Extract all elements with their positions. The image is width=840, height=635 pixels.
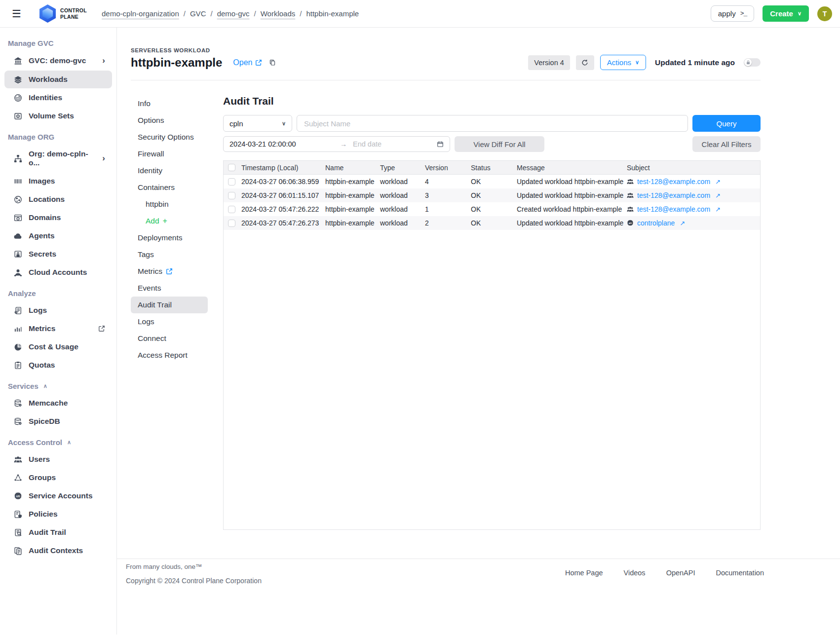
cell-status: OK [471, 178, 517, 186]
subnav-item-metrics[interactable]: Metrics [131, 263, 208, 280]
sidebar-item-service-accounts[interactable]: API Service Accounts [4, 487, 112, 505]
copy-name-icon[interactable] [269, 59, 276, 66]
open-subject-icon[interactable]: ↗ [715, 178, 721, 186]
subnav-item-logs[interactable]: Logs [131, 313, 208, 330]
workload-subnav: Info Options Security Options Firewall I… [131, 95, 208, 530]
subnav-item-identity[interactable]: Identity [131, 162, 208, 179]
start-date-input[interactable] [229, 140, 313, 148]
sidebar-section-access-control[interactable]: Access Control ∧ [0, 431, 116, 450]
subnav-label: Tags [138, 250, 154, 259]
subnav-item-tags[interactable]: Tags [131, 246, 208, 263]
subnav-item-add-container[interactable]: Add + [131, 213, 208, 229]
subject-link[interactable]: test-128@example.com [637, 178, 710, 186]
footer-link-home-page[interactable]: Home Page [565, 569, 603, 635]
footer-link-videos[interactable]: Videos [624, 569, 646, 635]
sidebar-item-spicedb[interactable]: SpiceDB [4, 412, 112, 430]
subnav-item-firewall[interactable]: Firewall [131, 146, 208, 162]
sidebar-item-quotas[interactable]: Quotas [4, 356, 112, 374]
sidebar-item-cost-usage[interactable]: Cost & Usage [4, 338, 112, 356]
cell-type: workload [380, 178, 425, 186]
sidebar-item-identities[interactable]: Identities [4, 89, 112, 107]
sidebar-item-logs[interactable]: Logs [4, 301, 112, 319]
sidebar-item-volume-sets[interactable]: Volume Sets [4, 107, 112, 125]
version-badge: Version 4 [528, 55, 570, 70]
sidebar-item-agents[interactable]: Agents [4, 227, 112, 245]
audit-type-select[interactable]: cpln ∨ [223, 115, 292, 132]
cell-status: OK [471, 205, 517, 213]
view-diff-button[interactable]: View Diff For All [455, 136, 544, 152]
subnav-item-security-options[interactable]: Security Options [131, 129, 208, 146]
table-row[interactable]: 2024-03-27 06:01:15.107 httpbin-example … [224, 188, 760, 202]
hamburger-menu-icon[interactable]: ☰ [12, 8, 27, 20]
sidebar-item-org[interactable]: Org: demo-cpln-o... › [4, 145, 112, 172]
breadcrumb-gvc-name[interactable]: demo-gvc [217, 9, 250, 18]
table-row[interactable]: 2024-03-27 05:47:26.273 httpbin-example … [224, 216, 760, 230]
query-button[interactable]: Query [692, 115, 761, 132]
sidebar-item-groups[interactable]: Groups [4, 469, 112, 486]
sidebar-item-audit-trail[interactable]: Audit Trail [4, 523, 112, 541]
sidebar-item-users[interactable]: Users [4, 450, 112, 468]
subject-name-input[interactable] [297, 115, 688, 132]
refresh-button[interactable] [576, 55, 594, 70]
footer-link-documentation[interactable]: Documentation [716, 569, 764, 635]
controlplane-logo[interactable]: CONTROL PLANE [39, 4, 87, 23]
footer-link-openapi[interactable]: OpenAPI [666, 569, 695, 635]
sidebar-item-gvc[interactable]: GVC: demo-gvc › [4, 51, 112, 70]
sidebar-item-workloads[interactable]: Workloads [4, 71, 112, 88]
subject-link[interactable]: test-128@example.com [637, 205, 710, 213]
subnav-item-audit-trail[interactable]: Audit Trail [131, 297, 208, 313]
date-range-picker[interactable]: → [223, 136, 450, 152]
sidebar-item-policies[interactable]: Policies [4, 505, 112, 523]
sidebar-item-locations[interactable]: Locations [4, 190, 112, 208]
row-checkbox[interactable] [228, 206, 235, 213]
sidebar-item-images[interactable]: Images [4, 172, 112, 190]
select-all-checkbox[interactable] [228, 164, 235, 171]
subnav-item-container-httpbin[interactable]: httpbin [131, 196, 208, 213]
table-row[interactable]: 2024-03-27 05:47:26.222 httpbin-example … [224, 202, 760, 216]
breadcrumb-separator: / [184, 9, 186, 18]
open-subject-icon[interactable]: ↗ [680, 220, 685, 227]
subnav-item-info[interactable]: Info [131, 95, 208, 112]
subnav-item-access-report[interactable]: Access Report [131, 347, 208, 364]
subnav-item-options[interactable]: Options [131, 112, 208, 129]
create-button[interactable]: Create ∨ [763, 5, 809, 22]
lock-toggle[interactable] [744, 58, 761, 67]
clear-filters-button[interactable]: Clear All Filters [692, 136, 761, 152]
subject-link[interactable]: test-128@example.com [637, 191, 710, 199]
user-avatar[interactable]: T [817, 6, 832, 21]
sidebar-item-label: Service Accounts [29, 491, 93, 500]
sidebar-item-cloud-accounts[interactable]: Cloud Accounts [4, 263, 112, 281]
sidebar-item-metrics[interactable]: Metrics [4, 320, 112, 337]
breadcrumb-workloads[interactable]: Workloads [261, 9, 296, 18]
subnav-label: Connect [138, 334, 166, 343]
table-row[interactable]: 2024-03-27 06:06:38.959 httpbin-example … [224, 175, 760, 188]
row-checkbox[interactable] [228, 192, 235, 199]
subnav-item-deployments[interactable]: Deployments [131, 229, 208, 246]
actions-dropdown-button[interactable]: Actions ∨ [600, 55, 646, 70]
sidebar-item-audit-contexts[interactable]: Audit Contexts [4, 542, 112, 560]
row-checkbox[interactable] [228, 220, 235, 227]
sidebar-item-memcache[interactable]: Memcache [4, 394, 112, 412]
sidebar-section-manage-gvc: Manage GVC [0, 32, 116, 51]
open-subject-icon[interactable]: ↗ [715, 192, 721, 199]
subnav-item-events[interactable]: Events [131, 280, 208, 297]
calendar-icon[interactable] [437, 141, 444, 148]
database-gear-icon [14, 399, 22, 408]
open-workload-link[interactable]: Open [233, 58, 262, 67]
apply-button[interactable]: apply >_ [711, 5, 754, 22]
end-date-input[interactable] [353, 140, 407, 148]
breadcrumb-org[interactable]: demo-cpln-organization [102, 9, 179, 18]
row-checkbox[interactable] [228, 178, 235, 186]
table-header-row: Timestamp (Local) Name Type Version Stat… [224, 161, 760, 175]
controlplane-logo-icon [39, 4, 56, 23]
subnav-item-containers[interactable]: Containers [131, 179, 208, 196]
sidebar-section-services[interactable]: Services ∧ [0, 374, 116, 394]
breadcrumb: demo-cpln-organization / GVC / demo-gvc … [102, 9, 359, 18]
subnav-item-connect[interactable]: Connect [131, 330, 208, 347]
subject-link[interactable]: controlplane [637, 219, 675, 227]
section-label: Manage ORG [8, 133, 54, 141]
open-subject-icon[interactable]: ↗ [715, 206, 721, 213]
sidebar-item-domains[interactable]: Domains [4, 209, 112, 226]
sidebar-item-secrets[interactable]: Secrets [4, 245, 112, 263]
audit-type-value: cpln [229, 119, 243, 128]
